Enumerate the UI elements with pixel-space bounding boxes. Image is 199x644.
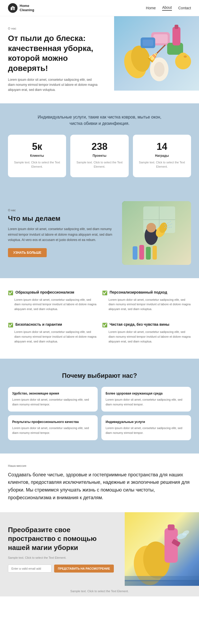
feature-item-0: ✅ Образцовый профессионализм Lorem ipsum… <box>8 289 97 316</box>
what-inner: О нас Что мы делаем Lorem ipsum dolor si… <box>8 201 191 265</box>
what-section: О нас Что мы делаем Lorem ipsum dolor si… <box>0 188 199 278</box>
email-input[interactable] <box>8 565 51 573</box>
why-section: Почему выбирают нас? Удобство, экономяще… <box>0 359 199 453</box>
stat-number-awards: 14 <box>157 141 167 152</box>
why-card-desc-0: Lorem ipsum dolor sit amet, consetetur s… <box>12 397 93 407</box>
feature-check-icon-1: ✅ <box>102 290 107 295</box>
svg-point-14 <box>154 62 165 77</box>
svg-point-23 <box>146 223 156 232</box>
logo-text: Home Cleaning <box>20 4 34 12</box>
what-image <box>122 201 191 265</box>
stat-card-projects: 238 Проекты Sample text. Click to select… <box>70 135 128 177</box>
navigation: Home Cleaning Home About Contact <box>0 0 199 16</box>
feature-header-2: ✅ Безопасность и гарантии <box>8 322 97 328</box>
stat-label-projects: Проекты <box>93 154 106 158</box>
stat-desc-projects: Sample text. Click to select the Text El… <box>76 160 123 169</box>
feature-check-icon-2: ✅ <box>8 323 13 328</box>
feature-title-0: Образцовый профессионализм <box>15 290 74 295</box>
stats-section: Индивидуальные услуги, такие как чистка … <box>0 103 199 188</box>
why-card-title-2: Результаты профессионального качества <box>12 420 93 424</box>
feature-item-3: ✅ Чистая среда, без чувства вины Lorem i… <box>102 321 191 348</box>
why-card-2: Результаты профессионального качества Lo… <box>8 415 98 440</box>
stat-desc-clients: Sample text. Click to select the Text El… <box>13 160 61 169</box>
svg-point-16 <box>178 53 188 62</box>
svg-rect-12 <box>175 25 178 29</box>
why-card-title-0: Удобство, экономящее время <box>12 392 93 395</box>
why-title: Почему выбирают нас? <box>8 372 191 379</box>
stat-label-awards: Награды <box>155 154 169 158</box>
cta-footer-text: Sample text. Click to select the Text El… <box>0 586 199 596</box>
feature-header-1: ✅ Персонализированный подход <box>102 290 191 295</box>
features-section: ✅ Образцовый профессионализм Lorem ipsum… <box>0 278 199 359</box>
hero-title: От пыли до блеска: качественная уборка, … <box>8 33 109 73</box>
feature-desc-2: Lorem ipsum dolor sit amet, consetetur s… <box>8 330 97 344</box>
hero-image <box>114 16 199 91</box>
svg-rect-31 <box>146 247 151 260</box>
why-card-0: Удобство, экономящее время Lorem ipsum d… <box>8 387 98 412</box>
feature-item-2: ✅ Безопасность и гарантии Lorem ipsum do… <box>8 321 97 348</box>
stats-cards: 5к Клиенты Sample text. Click to select … <box>8 135 191 177</box>
nav-link-about[interactable]: About <box>162 5 172 11</box>
stat-card-awards: 14 Награды Sample text. Click to select … <box>133 135 191 177</box>
hero-description: Lorem ipsum dolor sit amet, consetetur s… <box>8 77 98 93</box>
what-image-visual <box>122 201 191 265</box>
svg-rect-7 <box>153 34 168 43</box>
mission-section: Наша миссия Создавать более чистые, здор… <box>0 454 199 512</box>
stat-card-clients: 5к Клиенты Sample text. Click to select … <box>8 135 66 177</box>
what-tag: О нас <box>8 209 116 212</box>
hero-image-visual <box>114 16 199 91</box>
mission-text: Создавать более чистые, здоровые и госте… <box>8 471 191 502</box>
nav-link-home[interactable]: Home <box>146 6 156 10</box>
feature-header-0: ✅ Образцовый профессионализм <box>8 290 97 295</box>
svg-rect-30 <box>139 245 144 260</box>
mission-tag: Наша миссия <box>8 464 191 467</box>
feature-check-icon-0: ✅ <box>8 290 13 295</box>
svg-rect-37 <box>168 524 175 530</box>
what-description: Lorem ipsum dolor sit amet, consetetur s… <box>8 226 116 243</box>
hero-tag: О нас <box>8 27 109 30</box>
learn-more-button[interactable]: УЗНАТЬ БОЛЬШЕ <box>8 248 47 257</box>
svg-rect-29 <box>133 246 137 260</box>
cta-image <box>125 512 199 586</box>
cta-sample-text: Sample text. Click to select the Text El… <box>8 556 109 559</box>
cta-section: Преобразите свое пространство с помощью … <box>0 512 199 586</box>
what-content: О нас Что мы делаем Lorem ipsum dolor si… <box>8 209 116 257</box>
nav-link-contact[interactable]: Contact <box>178 6 191 10</box>
stat-label-clients: Клиенты <box>30 154 44 158</box>
what-title: Что мы делаем <box>8 214 116 223</box>
features-grid: ✅ Образцовый профессионализм Lorem ipsum… <box>8 289 191 348</box>
svg-point-17 <box>184 56 187 58</box>
why-card-desc-3: Lorem ipsum dolor sit amet, consetetur s… <box>106 426 187 435</box>
why-card-title-1: Более здоровая окружающая среда <box>106 392 187 395</box>
hero-content: О нас От пыли до блеска: качественная уб… <box>8 27 109 93</box>
logo[interactable]: Home Cleaning <box>8 3 34 13</box>
why-card-title-3: Индивидуальные услуги <box>106 420 187 424</box>
feature-check-icon-3: ✅ <box>102 323 107 328</box>
cta-title: Преобразите свое пространство с помощью … <box>8 526 109 552</box>
svg-rect-42 <box>125 580 199 586</box>
feature-desc-3: Lorem ipsum dolor sit amet, consetetur s… <box>102 330 191 344</box>
hero-section: О нас От пыли до блеска: качественная уб… <box>0 16 199 103</box>
feature-title-3: Чистая среда, без чувства вины <box>110 322 169 327</box>
submit-button[interactable]: ПРЕДСТАВИТЬ НА РАССМОТРЕНИЕ <box>54 565 114 573</box>
feature-desc-1: Lorem ipsum dolor sit amet, consetetur s… <box>102 298 191 312</box>
svg-rect-9 <box>143 40 153 46</box>
svg-rect-32 <box>153 246 157 260</box>
feature-header-3: ✅ Чистая среда, без чувства вины <box>102 322 191 328</box>
feature-title-1: Персонализированный подход <box>110 290 167 295</box>
feature-title-2: Безопасность и гарантии <box>15 322 62 327</box>
cta-form: ПРЕДСТАВИТЬ НА РАССМОТРЕНИЕ <box>8 565 109 573</box>
logo-icon <box>8 3 18 13</box>
nav-links: Home About Contact <box>146 5 191 11</box>
stats-tagline: Индивидуальные услуги, такие как чистка … <box>33 114 166 127</box>
why-card-desc-1: Lorem ipsum dolor sit amet, consetetur s… <box>106 397 187 407</box>
why-card-3: Индивидуальные услуги Lorem ipsum dolor … <box>101 415 191 440</box>
why-grid: Удобство, экономящее время Lorem ipsum d… <box>8 387 191 440</box>
stat-desc-awards: Sample text. Click to select the Text El… <box>138 160 186 169</box>
stat-number-projects: 238 <box>92 141 107 152</box>
stat-number-clients: 5к <box>32 141 42 152</box>
svg-rect-11 <box>172 27 180 45</box>
why-card-desc-2: Lorem ipsum dolor sit amet, consetetur s… <box>12 426 93 435</box>
cta-content: Преобразите свое пространство с помощью … <box>8 526 109 573</box>
feature-item-1: ✅ Персонализированный подход Lorem ipsum… <box>102 289 191 316</box>
